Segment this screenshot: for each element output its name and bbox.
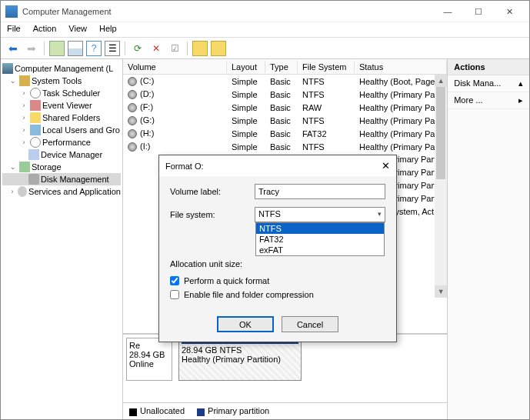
expand-icon[interactable]: › bbox=[19, 114, 28, 122]
col-type[interactable]: Type bbox=[265, 61, 298, 73]
storage-icon bbox=[19, 162, 30, 172]
cancel-button[interactable]: Cancel bbox=[282, 316, 338, 332]
props-icon[interactable]: ☰ bbox=[105, 41, 120, 56]
compression-input[interactable] bbox=[170, 290, 179, 299]
tree-task[interactable]: › Task Scheduler bbox=[2, 87, 121, 99]
tree-shared[interactable]: › Shared Folders bbox=[2, 112, 121, 124]
chevron-up-icon: ▴ bbox=[518, 78, 523, 88]
tree-diskmgmt[interactable]: Disk Management bbox=[2, 173, 121, 185]
fs-option-ntfs[interactable]: NTFS bbox=[256, 223, 384, 234]
back-icon[interactable]: ⬅ bbox=[5, 41, 21, 56]
folder-icon[interactable] bbox=[211, 41, 226, 56]
tree-storage[interactable]: ⌄ Storage bbox=[2, 161, 121, 173]
table-row[interactable]: (I:)SimpleBasicNTFSHealthy (Primary Part bbox=[123, 140, 447, 153]
dialog-titlebar: Format O: ✕ bbox=[159, 155, 396, 176]
wrench-icon bbox=[19, 75, 30, 86]
actions-more[interactable]: More ... ▸ bbox=[448, 92, 529, 109]
folder-new-icon[interactable] bbox=[192, 41, 208, 56]
tree-services[interactable]: › Services and Application bbox=[2, 185, 121, 198]
tree-perf[interactable]: › Performance bbox=[2, 136, 121, 148]
partition-box[interactable]: 28.94 GB NTFS Healthy (Primary Partition… bbox=[178, 338, 302, 381]
tree-systools[interactable]: ⌄ System Tools bbox=[2, 75, 121, 87]
col-fs[interactable]: File System bbox=[298, 61, 355, 73]
table-row[interactable]: (H:)SimpleBasicFAT32Healthy (Primary Par… bbox=[123, 127, 447, 140]
expand-icon[interactable]: › bbox=[19, 89, 28, 97]
perf-icon bbox=[30, 137, 41, 148]
table-row[interactable]: (G:)SimpleBasicNTFSHealthy (Primary Part bbox=[123, 114, 447, 127]
tree-users-label: Local Users and Gro bbox=[42, 125, 120, 135]
col-layout[interactable]: Layout bbox=[227, 61, 265, 73]
scroll-thumb[interactable] bbox=[436, 87, 445, 179]
dialog-close-icon[interactable]: ✕ bbox=[382, 160, 390, 172]
tree-perf-label: Performance bbox=[42, 138, 91, 147]
tree-event-label: Event Viewer bbox=[42, 101, 92, 110]
partition-state: Healthy (Primary Partition) bbox=[182, 355, 298, 364]
legend-primary-swatch bbox=[197, 408, 205, 416]
compression-label: Enable file and folder compression bbox=[184, 290, 314, 299]
grid-icon[interactable] bbox=[68, 41, 83, 56]
tree-event[interactable]: › Event Viewer bbox=[2, 99, 121, 112]
users-icon bbox=[30, 125, 41, 135]
fs-option-fat32[interactable]: FAT32 bbox=[256, 234, 384, 245]
maximize-button[interactable]: ☐ bbox=[463, 2, 494, 21]
minimize-button[interactable]: — bbox=[432, 2, 463, 21]
tree-storage-label: Storage bbox=[32, 162, 62, 172]
window-title: Computer Management bbox=[22, 7, 432, 16]
vertical-scrollbar[interactable]: ▲ ▼ bbox=[435, 75, 447, 298]
menu-help[interactable]: Help bbox=[99, 24, 117, 35]
scroll-down-icon[interactable]: ▼ bbox=[435, 285, 447, 298]
app-icon bbox=[5, 5, 18, 18]
expand-icon[interactable]: › bbox=[8, 188, 16, 195]
quick-format-checkbox[interactable]: Perform a quick format bbox=[170, 276, 385, 285]
table-row[interactable]: (F:)SimpleBasicRAWHealthy (Primary Part bbox=[123, 101, 447, 114]
forward-icon: ➡ bbox=[24, 41, 39, 56]
volume-label-input[interactable] bbox=[255, 184, 385, 199]
chevron-right-icon: ▸ bbox=[518, 95, 523, 105]
tree-services-label: Services and Application bbox=[28, 187, 121, 196]
collapse-icon[interactable]: ⌄ bbox=[8, 77, 18, 85]
table-row[interactable]: (C:)SimpleBasicNTFSHealthy (Boot, Page F bbox=[123, 75, 447, 88]
fs-option-exfat[interactable]: exFAT bbox=[256, 245, 384, 255]
col-volume[interactable]: Volume bbox=[123, 61, 227, 73]
actions-diskmana[interactable]: Disk Mana... ▴ bbox=[448, 75, 529, 92]
actions-diskmana-label: Disk Mana... bbox=[454, 78, 501, 88]
ok-button[interactable]: OK bbox=[217, 316, 274, 332]
expand-icon[interactable]: › bbox=[19, 102, 28, 109]
format-dialog: Format O: ✕ Volume label: File system: N… bbox=[158, 155, 397, 342]
disk-size-label: 28.94 GB bbox=[129, 350, 169, 359]
scroll-up-icon[interactable]: ▲ bbox=[435, 75, 447, 87]
check-icon[interactable]: ☑ bbox=[167, 41, 182, 56]
menu-action[interactable]: Action bbox=[33, 24, 57, 35]
disk-header[interactable]: Re 28.94 GB Online bbox=[126, 338, 172, 381]
menu-file[interactable]: File bbox=[7, 24, 21, 35]
quick-format-input[interactable] bbox=[170, 276, 179, 285]
filesystem-select[interactable]: NTFS ▾ NTFS FAT32 exFAT bbox=[255, 207, 385, 222]
compression-checkbox[interactable]: Enable file and folder compression bbox=[170, 290, 385, 299]
nav-tree[interactable]: Computer Management (L ⌄ System Tools › … bbox=[1, 59, 123, 419]
col-status[interactable]: Status bbox=[355, 61, 447, 73]
help-icon[interactable]: ? bbox=[86, 41, 102, 56]
pane-icon[interactable] bbox=[49, 41, 65, 56]
refresh-icon[interactable]: ⟳ bbox=[130, 41, 145, 56]
delete-icon[interactable]: ✕ bbox=[148, 41, 164, 56]
quick-format-label: Perform a quick format bbox=[184, 276, 269, 285]
collapse-icon[interactable]: ⌄ bbox=[8, 163, 18, 171]
tree-root[interactable]: Computer Management (L bbox=[2, 62, 121, 75]
actions-pane: Actions Disk Mana... ▴ More ... ▸ bbox=[448, 59, 529, 419]
volume-header: Volume Layout Type File System Status bbox=[123, 59, 447, 75]
legend-unalloc: Unallocated bbox=[140, 406, 185, 415]
menu-view[interactable]: View bbox=[68, 24, 87, 35]
folder-shared-icon bbox=[30, 112, 41, 123]
table-row[interactable]: (D:)SimpleBasicNTFSHealthy (Primary Part bbox=[123, 88, 447, 101]
disk-graphic-area: Re 28.94 GB Online 28.94 GB NTFS Healthy… bbox=[123, 333, 447, 402]
expand-icon[interactable]: › bbox=[19, 138, 28, 146]
tree-devmgr[interactable]: Device Manager bbox=[2, 148, 121, 161]
disk-icon bbox=[28, 174, 39, 185]
filesystem-dropdown[interactable]: NTFS FAT32 exFAT bbox=[255, 222, 385, 256]
tree-users[interactable]: › Local Users and Gro bbox=[2, 124, 121, 136]
expand-icon[interactable]: › bbox=[19, 126, 28, 134]
close-button[interactable]: ✕ bbox=[494, 2, 525, 21]
filesystem-label: File system: bbox=[170, 210, 255, 219]
volume-list[interactable]: (C:)SimpleBasicNTFSHealthy (Boot, Page F… bbox=[123, 75, 447, 153]
clock-icon bbox=[30, 88, 41, 98]
